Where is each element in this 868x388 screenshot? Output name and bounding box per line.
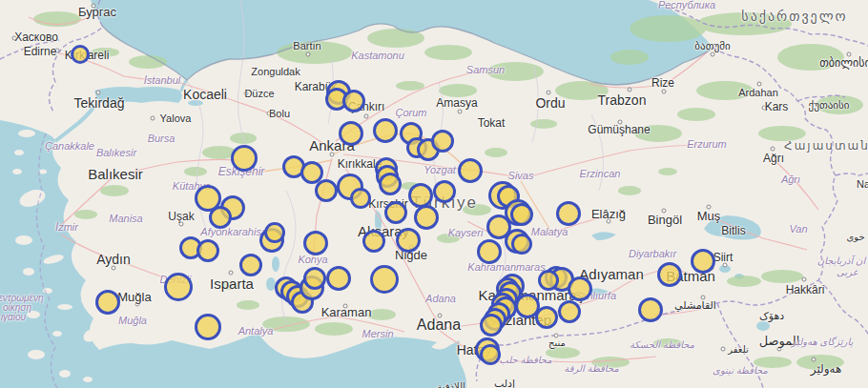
bosphorus bbox=[181, 80, 187, 92]
town-dot bbox=[777, 347, 782, 352]
lake-van bbox=[704, 215, 761, 240]
map-marker[interactable] bbox=[339, 121, 363, 146]
town-dot bbox=[762, 106, 767, 111]
town-dot bbox=[438, 314, 443, 318]
town-dot bbox=[458, 110, 463, 114]
map-marker[interactable] bbox=[433, 180, 456, 203]
map-marker[interactable] bbox=[414, 205, 439, 230]
town-dot bbox=[151, 116, 155, 121]
town-dot bbox=[12, 36, 17, 41]
town-dot bbox=[711, 52, 715, 57]
town-dot bbox=[267, 112, 272, 116]
town-dot bbox=[847, 52, 852, 57]
map-marker[interactable] bbox=[370, 265, 399, 294]
map-marker[interactable] bbox=[538, 270, 559, 291]
town-dot bbox=[229, 271, 234, 276]
map-marker[interactable] bbox=[568, 276, 592, 301]
town-dot bbox=[662, 209, 667, 214]
map-marker[interactable] bbox=[458, 158, 483, 183]
town-dot bbox=[343, 304, 348, 309]
town-dot bbox=[547, 91, 551, 95]
town-dot bbox=[771, 147, 775, 152]
map-marker[interactable] bbox=[480, 344, 501, 365]
map-viewport[interactable]: TürkiyeსაქართველოՀայաստանБургасХасковоEd… bbox=[0, 0, 868, 388]
map-marker[interactable] bbox=[71, 45, 90, 64]
town-dot bbox=[135, 302, 140, 307]
map-marker[interactable] bbox=[342, 90, 365, 112]
town-dot bbox=[662, 90, 667, 94]
map-marker[interactable] bbox=[396, 228, 421, 253]
map-marker[interactable] bbox=[196, 239, 219, 262]
map-marker[interactable] bbox=[209, 206, 232, 229]
map-marker[interactable] bbox=[556, 201, 581, 226]
map-marker[interactable] bbox=[379, 173, 402, 195]
map-marker[interactable] bbox=[408, 183, 433, 208]
map-marker[interactable] bbox=[691, 249, 715, 274]
town-dot bbox=[96, 91, 101, 95]
map-marker[interactable] bbox=[315, 179, 338, 202]
map-marker[interactable] bbox=[303, 231, 328, 255]
town-dot bbox=[812, 357, 816, 362]
map-marker[interactable] bbox=[326, 266, 351, 291]
map-marker[interactable] bbox=[373, 118, 398, 143]
town-dot bbox=[179, 222, 184, 227]
map-marker[interactable] bbox=[638, 297, 663, 322]
dardanelles bbox=[55, 105, 95, 141]
map-marker[interactable] bbox=[384, 201, 407, 224]
town-dot bbox=[306, 52, 311, 57]
town-dot bbox=[330, 153, 335, 157]
town-dot bbox=[554, 334, 559, 338]
town-dot bbox=[802, 277, 807, 282]
town-dot bbox=[364, 114, 369, 119]
map-marker[interactable] bbox=[239, 254, 262, 276]
map-marker[interactable] bbox=[558, 300, 581, 323]
town-dot bbox=[92, 4, 96, 9]
map-marker[interactable] bbox=[511, 234, 532, 255]
map-marker[interactable] bbox=[231, 145, 258, 172]
map-marker[interactable] bbox=[195, 314, 221, 340]
map-marker[interactable] bbox=[510, 203, 533, 226]
town-dot bbox=[723, 263, 728, 268]
town-dot bbox=[701, 296, 706, 300]
map-marker[interactable] bbox=[303, 267, 326, 290]
aegean-sea bbox=[0, 120, 105, 388]
map-marker[interactable] bbox=[657, 262, 682, 287]
lake-egirdir bbox=[272, 256, 279, 272]
town-dot bbox=[618, 120, 623, 125]
town-dot bbox=[757, 82, 762, 87]
town-dot bbox=[628, 88, 632, 92]
mediterranean-sea bbox=[57, 335, 466, 388]
town-dot bbox=[707, 205, 712, 210]
sea-of-marmara bbox=[94, 87, 182, 107]
map-marker[interactable] bbox=[477, 239, 502, 264]
town-dot bbox=[721, 347, 726, 352]
map-marker[interactable] bbox=[264, 222, 285, 243]
town-dot bbox=[112, 266, 116, 271]
map-marker[interactable] bbox=[350, 188, 371, 209]
map-marker[interactable] bbox=[164, 273, 193, 301]
town-dot bbox=[55, 49, 60, 53]
town-dot bbox=[244, 92, 249, 96]
map-marker[interactable] bbox=[535, 306, 558, 329]
map-marker[interactable] bbox=[480, 314, 503, 337]
map-marker[interactable] bbox=[95, 290, 120, 315]
keban-reservoir bbox=[591, 232, 616, 240]
map-marker[interactable] bbox=[431, 130, 454, 153]
town-dot bbox=[607, 219, 611, 224]
lake-iznik bbox=[188, 100, 203, 106]
mosul-dam-lake bbox=[756, 321, 770, 331]
map-marker[interactable] bbox=[362, 230, 385, 253]
